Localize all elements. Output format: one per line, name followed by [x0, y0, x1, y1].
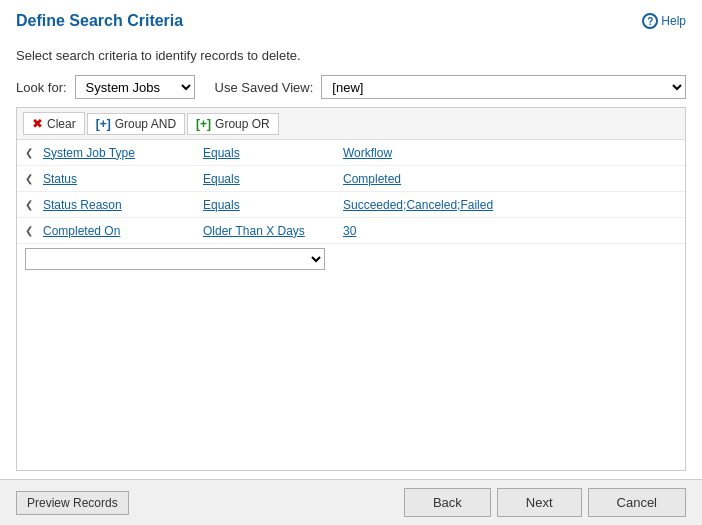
next-button[interactable]: Next: [497, 488, 582, 517]
field-status[interactable]: Status: [43, 172, 203, 186]
operator-3[interactable]: Equals: [203, 198, 343, 212]
help-link[interactable]: ? Help: [642, 13, 686, 29]
field-completed-on[interactable]: Completed On: [43, 224, 203, 238]
nav-buttons: Back Next Cancel: [404, 488, 686, 517]
clear-button[interactable]: ✖ Clear: [23, 112, 85, 135]
look-for-row: Look for: System Jobs Activities Users U…: [16, 75, 686, 99]
operator-1[interactable]: Equals: [203, 146, 343, 160]
group-and-label: Group AND: [115, 117, 176, 131]
table-row: ❮ System Job Type Equals Workflow: [17, 140, 685, 166]
operator-4[interactable]: Older Than X Days: [203, 224, 343, 238]
help-icon: ?: [642, 13, 658, 29]
preview-records-button[interactable]: Preview Records: [16, 491, 129, 515]
chevron-icon-2[interactable]: ❮: [25, 173, 37, 184]
description-text: Select search criteria to identify recor…: [16, 38, 686, 75]
page-container: Define Search Criteria ? Help Select sea…: [0, 0, 702, 525]
value-2[interactable]: Completed: [343, 172, 677, 186]
value-3[interactable]: Succeeded;Canceled;Failed: [343, 198, 677, 212]
value-1[interactable]: Workflow: [343, 146, 677, 160]
group-or-button[interactable]: [+] Group OR: [187, 113, 279, 135]
clear-icon: ✖: [32, 116, 43, 131]
group-or-icon: [+]: [196, 117, 211, 131]
back-button[interactable]: Back: [404, 488, 491, 517]
clear-label: Clear: [47, 117, 76, 131]
table-row: ❮ Completed On Older Than X Days 30: [17, 218, 685, 244]
footer: Preview Records Back Next Cancel: [0, 479, 702, 525]
look-for-label: Look for:: [16, 80, 67, 95]
criteria-table: ❮ System Job Type Equals Workflow ❮ Stat…: [17, 140, 685, 470]
cancel-button[interactable]: Cancel: [588, 488, 686, 517]
page-title: Define Search Criteria: [16, 12, 183, 30]
header: Define Search Criteria ? Help: [0, 0, 702, 38]
table-row: ❮ Status Equals Completed: [17, 166, 685, 192]
use-saved-view-label: Use Saved View:: [215, 80, 314, 95]
value-4[interactable]: 30: [343, 224, 677, 238]
chevron-icon-4[interactable]: ❮: [25, 225, 37, 236]
help-label: Help: [661, 14, 686, 28]
chevron-icon-1[interactable]: ❮: [25, 147, 37, 158]
main-content: Select search criteria to identify recor…: [0, 38, 702, 479]
table-row: ❮ Status Reason Equals Succeeded;Cancele…: [17, 192, 685, 218]
look-for-select[interactable]: System Jobs Activities Users: [75, 75, 195, 99]
field-status-reason[interactable]: Status Reason: [43, 198, 203, 212]
criteria-box: ✖ Clear [+] Group AND [+] Group OR ❮ Sys…: [16, 107, 686, 471]
group-or-label: Group OR: [215, 117, 270, 131]
criteria-toolbar: ✖ Clear [+] Group AND [+] Group OR: [17, 108, 685, 140]
group-and-button[interactable]: [+] Group AND: [87, 113, 185, 135]
field-system-job-type[interactable]: System Job Type: [43, 146, 203, 160]
chevron-icon-3[interactable]: ❮: [25, 199, 37, 210]
use-saved-view-select[interactable]: [new]: [321, 75, 686, 99]
add-criteria-row: [17, 244, 685, 274]
group-and-icon: [+]: [96, 117, 111, 131]
operator-2[interactable]: Equals: [203, 172, 343, 186]
add-criteria-select[interactable]: [25, 248, 325, 270]
